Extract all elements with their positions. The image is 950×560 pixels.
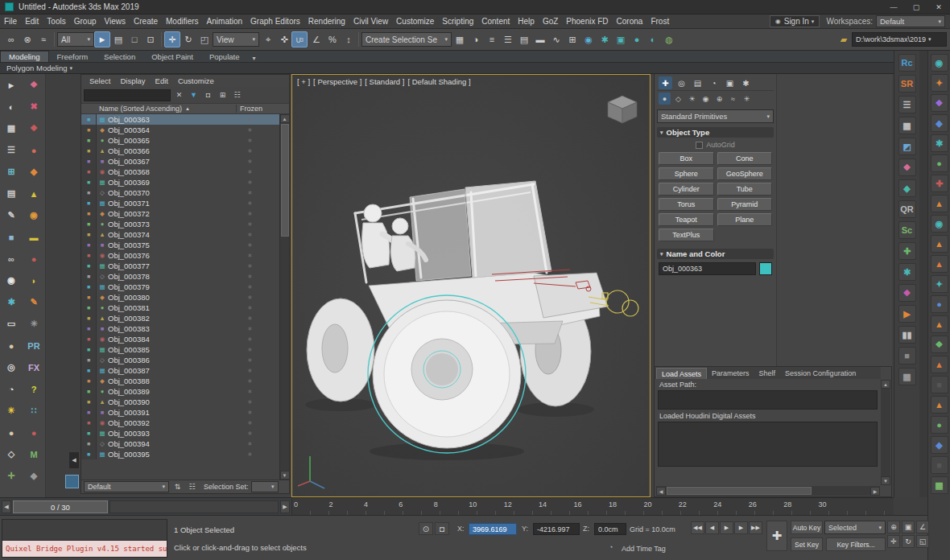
- toolbar-icon[interactable]: ✜: [275, 31, 291, 47]
- explorer-menu-item[interactable]: Customize: [173, 76, 219, 85]
- left-tool-icon[interactable]: ◎: [2, 359, 20, 377]
- plugin-icon[interactable]: ■: [931, 456, 948, 474]
- primitive-button[interactable]: Cylinder: [659, 183, 714, 196]
- primitives-dropdown[interactable]: Standard Primitives▾: [657, 109, 774, 123]
- list-item[interactable]: ■ ▦ Obj_000387 ∗: [81, 365, 289, 376]
- toolbar-icon[interactable]: ▤: [110, 31, 126, 47]
- primitive-button[interactable]: TextPlus: [659, 229, 714, 241]
- category-icon[interactable]: ≈: [727, 93, 739, 105]
- left-tool-icon[interactable]: ?: [25, 381, 43, 398]
- primitive-button[interactable]: GeoSphere: [717, 167, 773, 180]
- scrollbar-thumb[interactable]: [667, 487, 812, 495]
- plugin-icon[interactable]: ✦: [931, 74, 948, 92]
- plugin-icon[interactable]: ◆: [931, 436, 948, 454]
- list-item[interactable]: ■ ● Obj_000389 ∗: [81, 386, 289, 397]
- collapse-panel-button[interactable]: ◀: [69, 452, 79, 468]
- isolate-selection-icon[interactable]: ⊙: [419, 522, 433, 535]
- houdini-tab[interactable]: Parameters: [707, 368, 754, 379]
- menu-item[interactable]: Animation: [203, 17, 246, 26]
- object-color-swatch[interactable]: [759, 262, 772, 275]
- rollout-header[interactable]: ▾ Object Type: [657, 127, 774, 138]
- menu-item[interactable]: Frost: [646, 17, 673, 26]
- left-tool-icon[interactable]: ◇: [2, 446, 20, 463]
- autogrid-checkbox[interactable]: [696, 142, 703, 149]
- toolbar-icon[interactable]: ◉: [580, 31, 597, 47]
- plugin-icon[interactable]: ●: [931, 154, 948, 172]
- explorer-menu-item[interactable]: Edit: [151, 76, 173, 85]
- sync-icon[interactable]: ⇅: [171, 481, 184, 493]
- left-tool-icon[interactable]: ▦: [2, 120, 20, 138]
- auto-key-button[interactable]: Auto Key: [791, 521, 823, 534]
- list-item[interactable]: ■ ▲ Obj_000390 ∗: [81, 397, 289, 407]
- left-tool-icon[interactable]: M: [25, 446, 43, 463]
- plugin-icon[interactable]: ❖: [931, 336, 948, 353]
- category-icon[interactable]: ◇: [672, 93, 684, 105]
- menu-item[interactable]: Tools: [43, 17, 69, 26]
- menu-item[interactable]: Content: [477, 17, 514, 26]
- plugin-icon[interactable]: ❖: [898, 159, 916, 176]
- plugin-icon[interactable]: ◆: [931, 114, 948, 132]
- plugin-icon[interactable]: Sc: [898, 221, 916, 239]
- toolbar-icon[interactable]: ∿: [548, 31, 564, 47]
- primitive-button[interactable]: Pyramid: [717, 198, 773, 211]
- toolbar-icon[interactable]: ≈: [35, 31, 52, 47]
- houdini-vscrollbar[interactable]: ▲ ▼: [881, 380, 890, 485]
- left-tool-icon[interactable]: ⊞: [2, 163, 20, 181]
- toolbar-icon[interactable]: ◍: [661, 31, 677, 47]
- loaded-assets-list[interactable]: [658, 422, 878, 467]
- toolbar-icon[interactable]: ⊗: [19, 31, 35, 47]
- nav-button[interactable]: ▣: [902, 521, 915, 533]
- close-button[interactable]: ✕: [927, 0, 950, 14]
- menu-item[interactable]: Edit: [21, 17, 43, 26]
- toolbar-icon[interactable]: ▤: [516, 31, 532, 47]
- primitive-button[interactable]: Cone: [717, 152, 773, 165]
- list-item[interactable]: ■ ▦ Obj_000371 ∗: [81, 198, 289, 208]
- toolbar-icon[interactable]: ✛: [164, 31, 180, 47]
- plugin-icon[interactable]: ❖: [931, 94, 948, 112]
- set-key-button[interactable]: Set Key: [791, 537, 823, 551]
- list-item[interactable]: ■ ◇ Obj_000394 ∗: [81, 439, 289, 449]
- left-tool-icon[interactable]: ✱: [2, 294, 20, 311]
- maximize-button[interactable]: ▢: [905, 0, 927, 14]
- left-tool-icon[interactable]: ❖: [25, 120, 43, 138]
- houdini-hscrollbar[interactable]: ◀ ▶: [656, 486, 880, 496]
- track-bar[interactable]: 024681012141618202224262830: [291, 498, 894, 515]
- toolbar-icon[interactable]: □: [126, 31, 142, 47]
- plugin-icon[interactable]: ▲: [931, 356, 948, 373]
- list-item[interactable]: ■ ◆ Obj_000372 ∗: [81, 208, 289, 219]
- left-tool-icon[interactable]: ✳: [25, 315, 43, 333]
- list-item[interactable]: ■ ▲ Obj_000382 ∗: [81, 313, 289, 323]
- workspace-dropdown[interactable]: Default ▾: [876, 15, 945, 27]
- houdini-tab[interactable]: Shelf: [754, 368, 781, 379]
- list-item[interactable]: ■ ▦ Obj_000395 ∗: [81, 449, 289, 459]
- left-tool-icon[interactable]: ◐: [2, 98, 20, 116]
- ribbon-tab[interactable]: Object Paint: [143, 51, 201, 62]
- list-item[interactable]: ■ ■ Obj_000375 ∗: [81, 240, 289, 250]
- primitive-button[interactable]: Plane: [717, 213, 773, 226]
- minimize-button[interactable]: —: [882, 0, 905, 14]
- primitive-button[interactable]: Sphere: [659, 167, 714, 180]
- time-slider[interactable]: ◀ 0 / 30 ▶: [0, 498, 291, 516]
- left-tool-icon[interactable]: ●: [2, 337, 20, 355]
- left-tool-icon[interactable]: ◗: [25, 272, 43, 290]
- list-item[interactable]: ■ ▦ Obj_000379 ∗: [81, 282, 289, 292]
- left-tool-icon[interactable]: ☰: [2, 142, 20, 159]
- explorer-menu-item[interactable]: Display: [115, 76, 150, 85]
- ribbon-subtab[interactable]: Polygon Modeling ▾: [0, 63, 894, 74]
- left-tool-icon[interactable]: ●: [25, 142, 43, 159]
- category-icon[interactable]: ●: [659, 93, 671, 105]
- plugin-icon[interactable]: ☰: [898, 96, 916, 113]
- clear-search-icon[interactable]: ✕: [173, 89, 185, 101]
- list-item[interactable]: ■ ▦ Obj_000393 ∗: [81, 428, 289, 439]
- list-item[interactable]: ■ ■ Obj_000391 ∗: [81, 407, 289, 418]
- plugin-icon[interactable]: Rc: [898, 54, 916, 72]
- ribbon-tab[interactable]: Modeling: [0, 51, 49, 62]
- left-tool-icon[interactable]: ✎: [25, 294, 43, 311]
- list-item[interactable]: ■ ◆ Obj_000388 ∗: [81, 376, 289, 386]
- transport-button[interactable]: ▶▶: [749, 521, 762, 534]
- left-tool-icon[interactable]: ❖: [25, 76, 43, 94]
- configure-columns-icon[interactable]: ☷: [231, 89, 243, 101]
- plugin-icon[interactable]: ▦: [898, 368, 916, 385]
- left-tool-icon[interactable]: ∷: [25, 402, 43, 420]
- menu-item[interactable]: File: [0, 17, 21, 26]
